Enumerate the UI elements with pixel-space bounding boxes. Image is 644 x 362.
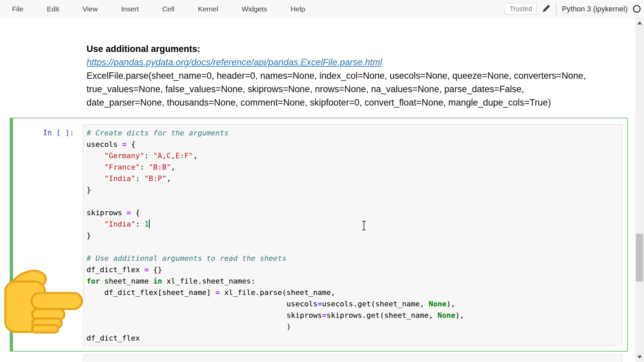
code-token: = xyxy=(318,300,322,308)
code-line[interactable]: } xyxy=(87,184,622,196)
ibeam-cursor xyxy=(361,221,367,232)
markdown-body-line: true_values=None, false_values=None, ski… xyxy=(87,82,612,96)
code-token xyxy=(87,152,104,160)
code-token: , xyxy=(193,152,198,160)
code-line[interactable]: df_dict_flex[sheet_name] = xl_file.parse… xyxy=(87,287,622,298)
code-line[interactable]: ) xyxy=(87,321,622,333)
code-line[interactable]: # Create dicts for the arguments xyxy=(87,127,622,139)
code-token: skiprows xyxy=(87,311,322,319)
code-token: : xyxy=(136,220,145,228)
code-token: "Germany" xyxy=(104,152,144,160)
code-token xyxy=(87,220,104,228)
menu-bar: File Edit View Insert Cell Kernel Widget… xyxy=(0,0,644,18)
code-line[interactable]: "France": "B:B", xyxy=(87,162,622,173)
menu-edit[interactable]: Edit xyxy=(47,5,59,13)
menu-cell[interactable]: Cell xyxy=(162,5,174,13)
code-line[interactable]: } xyxy=(87,230,622,241)
menu-help[interactable]: Help xyxy=(290,5,305,13)
code-token: usecols.get(sheet_name, xyxy=(322,300,429,308)
code-token: skiprows.get(sheet_name, xyxy=(326,311,437,319)
code-token: : xyxy=(136,174,145,183)
code-line[interactable] xyxy=(87,241,622,253)
out-cell-clipped: Out[6]: ['Germany', 'Canada', 'United St… xyxy=(0,18,624,25)
code-token: df_dict_flex xyxy=(87,265,144,274)
code-token: , xyxy=(166,174,171,183)
code-line[interactable]: skiprows = { xyxy=(87,207,622,219)
menu-file[interactable]: File xyxy=(12,5,23,13)
code-token: { xyxy=(131,208,140,217)
code-token: "France" xyxy=(104,163,140,171)
code-token xyxy=(87,174,104,183)
scrollbar-thumb[interactable] xyxy=(636,234,643,282)
code-token: "B:B" xyxy=(149,163,171,171)
scrollbar[interactable] xyxy=(635,18,644,362)
code-line[interactable]: "India": "B:P", xyxy=(87,173,622,184)
code-token: skiprows xyxy=(87,208,126,217)
kernel-idle-icon xyxy=(633,5,641,13)
code-token: None xyxy=(429,300,446,308)
code-line[interactable]: "Germany": "A,C,E:F", xyxy=(87,150,622,162)
pointing-right-hand-emoji xyxy=(3,267,84,336)
text-caret xyxy=(149,220,150,228)
code-token: = xyxy=(126,208,131,217)
code-token: for xyxy=(87,277,100,285)
code-editor[interactable]: # Create dicts for the argumentsusecols … xyxy=(83,124,623,346)
code-line[interactable]: df_dict_flex = {} xyxy=(87,264,622,276)
header-right: Trusted Python 3 (ipykernel) xyxy=(505,3,644,15)
code-token: "India" xyxy=(104,220,136,228)
code-token: "B:P" xyxy=(144,174,166,183)
code-token: in xyxy=(153,277,162,285)
code-token: usecols xyxy=(87,140,122,148)
code-token: } xyxy=(87,231,91,240)
menu-insert[interactable]: Insert xyxy=(121,5,139,13)
code-token: usecols xyxy=(87,300,318,308)
code-line[interactable]: for sheet_name in xl_file.sheet_names: xyxy=(87,276,622,287)
code-token: } xyxy=(87,186,91,194)
code-line[interactable]: "India": 1 xyxy=(87,219,622,230)
code-token: 1 xyxy=(144,220,149,228)
scroll-up-icon[interactable] xyxy=(637,21,642,24)
code-token: "India" xyxy=(104,174,136,183)
code-token: df_dict_flex xyxy=(87,334,140,342)
code-token: , xyxy=(171,163,175,171)
code-line[interactable]: df_dict_flex xyxy=(87,333,622,344)
menu-widgets[interactable]: Widgets xyxy=(242,5,267,13)
code-token xyxy=(87,163,104,171)
code-token: df_dict_flex[sheet_name] xyxy=(87,288,215,297)
code-token: ) xyxy=(87,322,291,331)
code-token: None xyxy=(437,311,455,319)
code-token: # Use additional arguments to read the s… xyxy=(87,254,286,262)
code-line[interactable]: usecols = { xyxy=(87,139,622,150)
code-lines: # Create dicts for the argumentsusecols … xyxy=(87,127,622,344)
code-token: = xyxy=(122,140,126,148)
header-divider xyxy=(556,3,556,15)
code-token: ), xyxy=(455,311,464,319)
code-line[interactable]: usecols=usecols.get(sheet_name, None), xyxy=(87,298,622,310)
markdown-body-line: ExcelFile.parse(sheet_name=0, header=0, … xyxy=(87,69,612,82)
code-line[interactable]: # Use additional arguments to read the s… xyxy=(87,253,622,264)
markdown-heading: Use additional arguments: xyxy=(87,44,200,54)
selected-code-cell[interactable]: In [ ]: # Create dicts for the arguments… xyxy=(10,118,628,352)
code-token: { xyxy=(126,140,136,148)
markdown-cell[interactable]: Use additional arguments: https://pandas… xyxy=(87,42,612,109)
code-token: = xyxy=(215,288,220,297)
out-line: Out[6]: ['Germany', 'Canada', 'United St… xyxy=(0,18,624,24)
code-token: xl_file.sheet_names: xyxy=(162,277,255,285)
scroll-down-icon[interactable] xyxy=(637,356,642,359)
next-code-cell-partial[interactable] xyxy=(83,355,623,362)
out-prompt: Out[6]: xyxy=(47,24,78,25)
code-token: {} xyxy=(149,265,162,274)
menu-view[interactable]: View xyxy=(83,5,98,13)
code-line[interactable]: skiprows=skiprows.get(sheet_name, None), xyxy=(87,310,622,321)
code-token: : xyxy=(140,163,149,171)
menu-list: File Edit View Insert Cell Kernel Widget… xyxy=(0,5,305,13)
menu-kernel[interactable]: Kernel xyxy=(198,5,218,13)
code-token: ), xyxy=(446,300,455,308)
trusted-badge: Trusted xyxy=(505,3,537,15)
code-line[interactable] xyxy=(87,196,622,207)
pandas-docs-link[interactable]: https://pandas.pydata.org/docs/reference… xyxy=(87,57,382,67)
code-token: = xyxy=(322,311,326,319)
code-token: sheet_name xyxy=(100,277,153,285)
kernel-name-label: Python 3 (ipykernel) xyxy=(562,5,628,13)
markdown-body-line: date_parser=None, thousands=None, commen… xyxy=(87,96,612,109)
